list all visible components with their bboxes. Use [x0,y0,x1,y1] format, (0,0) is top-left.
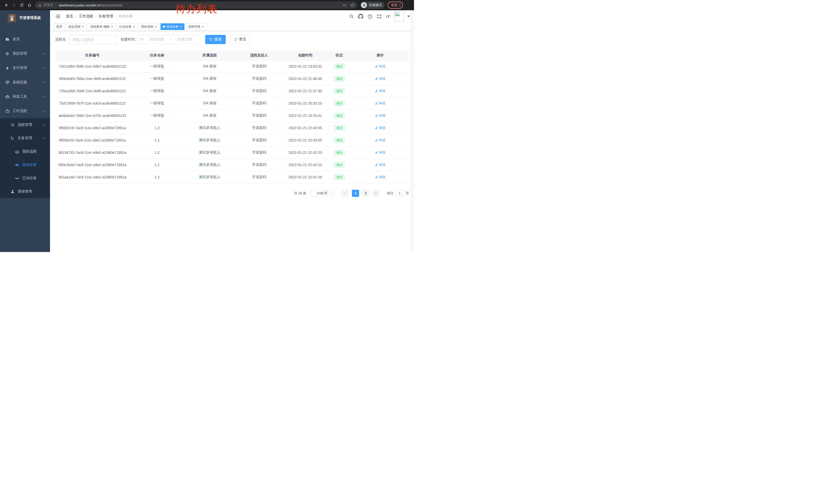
breadcrumb-separator: / [95,14,96,18]
sidebar-item-task-mgmt[interactable]: 任务管理 [0,132,50,145]
prev-page-button[interactable] [341,190,348,197]
avatar-caret-icon[interactable] [407,16,410,17]
sidebar-item-todo-tasks[interactable]: 待办任务 [0,158,50,172]
sidebar-item-workflow[interactable]: 工作流程 [0,104,50,118]
approve-button[interactable]: 审批 [375,126,386,130]
browser-home-icon[interactable] [26,1,33,9]
pen-icon [375,65,378,68]
approve-button[interactable]: 审批 [375,175,386,179]
tab-process-detail[interactable]: 流程详情✕ [186,23,206,30]
table-row: 725a1eb6-7b88-11ec-8ef0-acde48001122 一级审… [55,85,409,97]
sidebar-item-dev-tools[interactable]: 研发工具 [0,89,50,104]
task-name: 1.2 [129,146,185,159]
browser-menu-icon[interactable] [400,4,401,7]
sidebar-item-label: 系统管理 [12,51,27,56]
approve-label: 审批 [379,89,386,93]
tab-my-process[interactable]: 我的流程✕ [139,23,159,30]
close-icon[interactable]: ✕ [180,25,182,29]
app-title: 芋道管理系统 [19,16,41,20]
sidebar-item-label: 请假查询 [18,189,32,194]
tab-process-form-edit[interactable]: 流程表单-编辑✕ [88,23,115,30]
close-icon[interactable]: ✕ [202,25,204,29]
task-starter: 芋道源码 [235,85,283,97]
approve-button[interactable]: 审批 [375,163,386,167]
browser-forward-icon[interactable] [10,1,18,9]
org-icon [10,136,15,140]
approve-button[interactable]: 审批 [375,64,386,69]
close-icon[interactable]: ✕ [111,25,113,29]
page-button-2[interactable]: 2 [362,190,369,197]
github-icon[interactable] [358,14,363,19]
update-button[interactable]: 更新 [387,2,403,9]
sidebar-item-done-tasks[interactable]: 已办任务 [0,172,50,185]
sidebar-item-process-mgmt[interactable]: 流程管理 [0,118,50,132]
approve-label: 审批 [379,101,386,106]
approve-button[interactable]: 审批 [375,77,386,81]
url-host[interactable]: dashboard.yudao.iocoder.cn [59,3,100,7]
approve-button[interactable]: 审批 [375,101,386,106]
breadcrumb-workflow[interactable]: 工作流程 [79,14,93,19]
update-label[interactable]: 更新 [391,3,398,7]
task-id: 580e1b3d-7ac8-11ec-a9e2-a2380e71991a [55,159,129,171]
sidebar-item-label: 我的流程 [22,149,37,154]
sidebar-item-system[interactable]: ⚙ 系统管理 [0,46,50,61]
sidebar-item-leave-query[interactable]: 请假查询 [0,185,50,198]
task-time: 2022-01-22 21:48:48 [283,73,327,85]
todo-task-table: 任务编号 任务名称 所属流程 流程发起人 创建时间 状态 操作 73211d9d… [55,50,409,184]
browser-reload-icon[interactable] [18,1,26,9]
chevron-down-icon [43,124,45,126]
tab-done-tasks[interactable]: 已办任务✕ [117,23,137,30]
reset-button[interactable]: 重置 [230,35,250,44]
search-icon [209,38,213,41]
task-starter: 芋道源码 [235,159,283,171]
next-page-button[interactable] [372,190,380,197]
tab-todo-tasks[interactable]: 待办任务✕ [161,23,184,30]
table-row: a6aba0a4-7b6d-11ec-b781-acde48001122 一级审… [55,109,409,122]
dashboard-icon [5,37,9,42]
address-bar[interactable]: 不安全 dashboard.yudao.iocoder.cn/bpm/task/… [35,2,358,9]
browser-back-icon[interactable] [3,1,10,9]
sidebar-collapse-icon[interactable] [52,14,63,19]
close-icon[interactable]: ✕ [133,25,135,29]
tab-start-process[interactable]: 发起流程✕ [66,23,86,30]
sidebar-item-label: 基础设施 [12,80,27,85]
start-date-placeholder[interactable]: 开始日期 [143,37,170,42]
approve-button[interactable]: 审批 [375,150,386,155]
sidebar-item-label: 工作流程 [12,109,27,113]
search-button[interactable]: 搜索 [205,35,226,44]
close-icon[interactable]: ✕ [155,25,157,29]
app-logo-row[interactable]: 🐰 芋道管理系统 [0,10,50,26]
sidebar-item-label: 研发工具 [12,94,27,99]
breadcrumb: 首页 / 工作流程 / 任务管理 / 待办任务 [66,14,133,19]
approve-button[interactable]: 审批 [375,138,386,142]
search-icon[interactable] [349,14,354,19]
help-icon[interactable]: ? [368,14,372,19]
process-name-input[interactable] [69,35,117,44]
breadcrumb-task-mgmt[interactable]: 任务管理 [99,14,113,19]
password-key-icon[interactable] [343,3,347,7]
page-button-1[interactable]: 1 [352,190,359,197]
fullscreen-icon[interactable] [377,14,381,19]
bookmark-star-icon[interactable] [350,3,355,7]
sidebar-item-home[interactable]: 首页 [0,32,50,46]
url-path[interactable]: /bpm/task/todo [100,3,122,7]
approve-button[interactable]: 审批 [375,89,386,93]
col-task-name: 任务名称 [129,50,185,60]
security-label[interactable]: 不安全 [43,3,53,7]
goto-page-input[interactable] [395,190,404,197]
end-date-placeholder[interactable]: 结束日期 [172,37,198,42]
page-size-select[interactable]: 10条/页 [311,190,335,197]
avatar[interactable] [394,11,404,21]
approve-button[interactable]: 审批 [375,113,386,118]
font-size-icon[interactable]: TT [386,14,390,19]
pen-icon [375,89,378,93]
breadcrumb-home[interactable]: 首页 [66,14,73,19]
sidebar-item-infrastructure[interactable]: 基础设施 [0,75,50,89]
date-range-picker[interactable]: 开始日期 - 结束日期 [137,35,200,44]
page-scrollbar[interactable] [411,10,414,252]
sidebar-item-payment[interactable]: ¥ 支付管理 [0,61,50,75]
close-icon[interactable]: ✕ [82,25,84,29]
status-badge: 激活 [334,150,345,155]
sidebar-item-my-process[interactable]: 我的流程 [0,145,50,158]
tab-home[interactable]: 首页 [54,23,65,30]
